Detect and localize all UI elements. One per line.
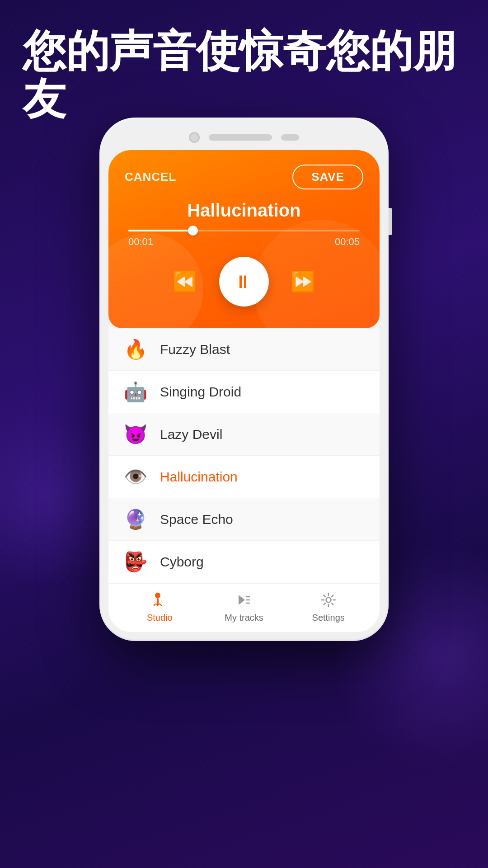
track-title: Hallucination <box>125 200 363 221</box>
effect-name-hallucination: Hallucination <box>160 469 238 485</box>
effect-item-hallucination[interactable]: 👁️Hallucination <box>108 456 380 498</box>
player-header: CANCEL SAVE <box>125 165 363 189</box>
progress-bar-track[interactable] <box>128 230 360 231</box>
nav-item-my-tracks[interactable]: My tracks <box>202 592 286 623</box>
effect-emoji-space-echo: 🔮 <box>122 508 149 530</box>
svg-point-0 <box>155 593 160 598</box>
svg-marker-2 <box>239 595 245 605</box>
headline-text: 您的声音使惊奇您的朋友 <box>23 27 465 123</box>
effect-name-singing-droid: Singing Droid <box>160 384 241 400</box>
nav-item-settings[interactable]: Settings <box>286 592 371 623</box>
progress-bar-fill <box>128 230 193 231</box>
nav-icon-settings <box>320 592 337 610</box>
phone-speaker <box>209 134 272 141</box>
effect-name-space-echo: Space Echo <box>160 512 233 527</box>
phone-camera <box>189 132 200 143</box>
progress-thumb[interactable] <box>188 226 198 236</box>
effect-item-space-echo[interactable]: 🔮Space Echo <box>108 498 380 541</box>
effect-emoji-fuzzy-blast: 🔥 <box>122 338 149 360</box>
nav-label-studio: Studio <box>147 613 173 623</box>
pause-button[interactable]: ⏸ <box>219 257 269 307</box>
effect-emoji-hallucination: 👁️ <box>122 466 149 488</box>
rewind-button[interactable]: ⏪ <box>173 270 197 293</box>
effect-name-cyborg: Cyborg <box>160 554 204 570</box>
save-button[interactable]: SAVE <box>292 165 363 189</box>
effect-item-singing-droid[interactable]: 🤖Singing Droid <box>108 371 380 413</box>
player-card: CANCEL SAVE Hallucination 00:01 00:05 ⏪ <box>108 150 380 328</box>
bottom-nav: Studio My tracks Settings <box>108 583 380 632</box>
effects-list: 🔥Fuzzy Blast🤖Singing Droid😈Lazy Devil👁️H… <box>108 328 380 583</box>
phone-sensor <box>281 134 299 141</box>
phone-side-button <box>389 208 392 235</box>
phone-screen: CANCEL SAVE Hallucination 00:01 00:05 ⏪ <box>108 150 380 632</box>
nav-item-studio[interactable]: Studio <box>117 592 202 623</box>
effect-emoji-cyborg: 👺 <box>122 551 149 573</box>
effect-item-cyborg[interactable]: 👺Cyborg <box>108 541 380 583</box>
phone-top-bar <box>108 127 380 150</box>
pause-icon: ⏸ <box>234 272 254 292</box>
nav-icon-my-tracks <box>236 592 252 610</box>
cancel-button[interactable]: CANCEL <box>125 170 176 184</box>
nav-label-my-tracks: My tracks <box>225 613 263 623</box>
playback-controls: ⏪ ⏸ ⏩ <box>125 257 363 307</box>
effect-name-lazy-devil: Lazy Devil <box>160 427 222 442</box>
effect-emoji-lazy-devil: 😈 <box>122 423 149 445</box>
svg-point-6 <box>326 598 331 603</box>
effect-emoji-singing-droid: 🤖 <box>122 381 149 403</box>
forward-button[interactable]: ⏩ <box>291 270 315 293</box>
effect-item-lazy-devil[interactable]: 😈Lazy Devil <box>108 413 380 456</box>
effect-item-fuzzy-blast[interactable]: 🔥Fuzzy Blast <box>108 328 380 371</box>
nav-icon-studio <box>151 592 168 610</box>
phone-mockup: CANCEL SAVE Hallucination 00:01 00:05 ⏪ <box>99 118 389 641</box>
nav-label-settings: Settings <box>312 613 345 623</box>
effect-name-fuzzy-blast: Fuzzy Blast <box>160 342 230 357</box>
